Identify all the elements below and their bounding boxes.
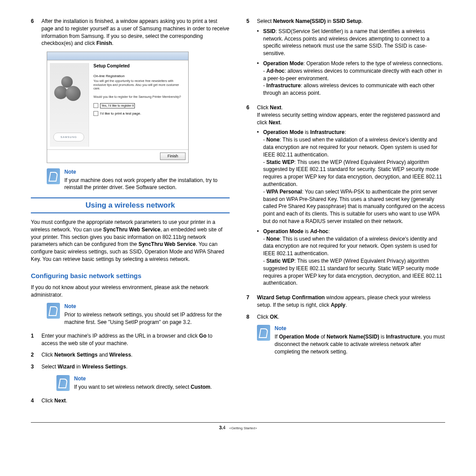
ss-sidebar: SAMSUNG <box>50 63 89 147</box>
samsung-logo: SAMSUNG <box>53 133 84 141</box>
checkbox-icon <box>93 103 98 108</box>
note-label: Note <box>64 168 230 176</box>
setup-completed-screenshot: SAMSUNG Setup Completed On-line Registra… <box>47 52 189 163</box>
step-4: 4 Click Next. <box>31 397 230 405</box>
step-number: 6 <box>31 18 41 47</box>
ss-titlebar <box>47 52 188 60</box>
note-text: Prior to wireless network settings, you … <box>64 311 230 326</box>
step-1: 1 Enter your machine's IP address as the… <box>31 332 230 347</box>
step-5: 5 Select Network Name(SSID) in SSID Setu… <box>246 18 445 100</box>
step-text: After the installation is finished, a wi… <box>41 18 230 47</box>
note-label: Note <box>74 375 230 383</box>
finish-button: Finish <box>160 152 186 160</box>
step-3: 3 Select Wizard in Wireless Settings. <box>31 363 230 371</box>
note-icon <box>47 168 60 184</box>
ss-checkbox-testpage: I'd like to print a test page. <box>93 111 184 116</box>
ss-desc1: You will get the opportunity to receive … <box>93 79 184 90</box>
note-label: Note <box>64 303 230 310</box>
note-icon <box>257 325 270 341</box>
step-6b: 6 Click Next. If wireless security setti… <box>246 104 445 290</box>
note-text: If your machine does not work properly a… <box>64 177 230 192</box>
page-footer: 3.4 <Getting Started> <box>31 422 445 431</box>
section-wireless: Using a wireless network <box>31 197 230 213</box>
note-custom: Note If you want to set wireless network… <box>56 375 230 391</box>
ss-heading: Setup Completed <box>93 63 184 69</box>
note-setip: Note Prior to wireless network settings,… <box>47 303 230 326</box>
step-8: 8 Click OK. <box>246 313 445 321</box>
checkbox-icon <box>93 111 98 116</box>
note-label: Note <box>275 325 445 332</box>
intro-para: You must configure the appropriate netwo… <box>31 219 230 263</box>
step-2: 2 Click Network Settings and Wireless. <box>31 351 230 359</box>
subsection-config: Configuring basic network settings <box>31 271 230 280</box>
note-reinstall: Note If your machine does not work prope… <box>47 168 230 191</box>
note-disconnect: Note If Operation Mode of Network Name(S… <box>257 325 445 355</box>
step-7: 7 Wizard Setup Confirmation window appea… <box>246 294 445 309</box>
note-text: If you want to set wireless network dire… <box>74 383 230 391</box>
note-icon <box>56 375 70 391</box>
ss-subheading: On-line Registration <box>93 74 184 78</box>
note-text: If Operation Mode of Network Name(SSID) … <box>275 333 445 355</box>
ss-checkbox-register: Yes, I'd like to register it <box>93 103 184 108</box>
step-6: 6 After the installation is finished, a … <box>31 18 230 47</box>
para-admin: If you do not know about your wireless e… <box>31 284 230 299</box>
note-icon <box>47 303 60 319</box>
ss-desc2: Would you like to register for the Samsu… <box>93 95 184 99</box>
